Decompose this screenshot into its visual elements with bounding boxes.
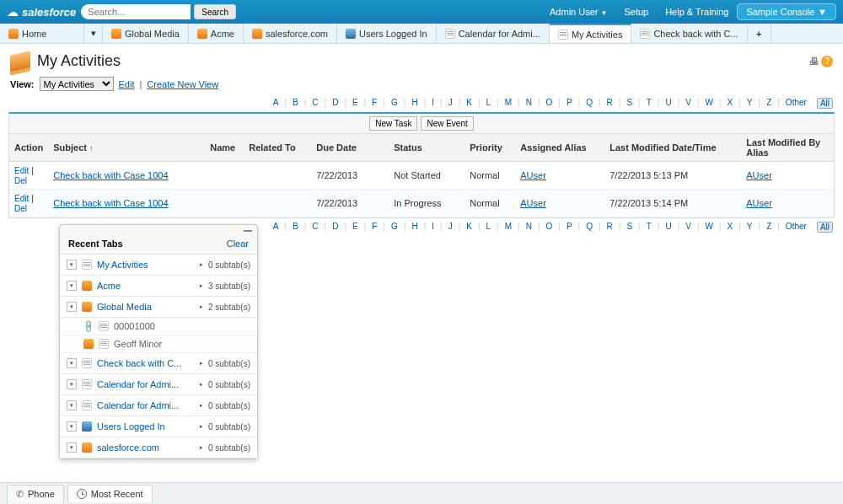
col-assigned-alias[interactable]: Assigned Alias — [515, 134, 604, 162]
col-due-date[interactable]: Due Date — [311, 134, 389, 162]
alias-link[interactable]: AUser — [520, 170, 546, 180]
alpha-A[interactable]: A — [271, 222, 281, 233]
alpha-O[interactable]: O — [544, 222, 554, 233]
subject-link[interactable]: Check back with Case 1004 — [53, 170, 168, 180]
recent-item-menu[interactable]: ▾ — [67, 379, 77, 389]
alpha-Z[interactable]: Z — [765, 98, 773, 109]
help-link[interactable]: Help & Training — [665, 7, 728, 17]
minimize-icon[interactable] — [244, 230, 252, 232]
recent-item-label[interactable]: Users Logged In — [97, 421, 195, 432]
tab-add[interactable]: + — [748, 24, 771, 43]
alpha-T[interactable]: T — [645, 222, 653, 233]
alpha-M[interactable]: M — [503, 222, 513, 233]
alpha-Z[interactable]: Z — [765, 222, 773, 233]
search-button[interactable]: Search — [194, 4, 236, 19]
recent-item-menu[interactable]: ▾ — [67, 400, 77, 410]
del-link[interactable]: Del — [14, 204, 27, 213]
edit-view-link[interactable]: Edit — [119, 79, 135, 89]
alpha-P[interactable]: P — [565, 98, 574, 109]
recent-item[interactable]: ▾My Activities▸0 subtab(s) — [60, 255, 257, 276]
alpha-other[interactable]: Other — [784, 222, 808, 233]
alpha-I[interactable]: I — [430, 98, 436, 109]
alpha-O[interactable]: O — [544, 98, 554, 109]
alpha-H[interactable]: H — [410, 222, 419, 233]
subject-link[interactable]: Check back with Case 1004 — [53, 198, 168, 208]
del-link[interactable]: Del — [14, 176, 27, 185]
alpha-L[interactable]: L — [485, 222, 493, 233]
edit-link[interactable]: Edit — [14, 194, 29, 203]
alpha-P[interactable]: P — [565, 222, 574, 233]
alpha-all[interactable]: All — [817, 98, 833, 109]
recent-item[interactable]: ▾Acme▸3 subtab(s) — [60, 276, 257, 297]
alpha-F[interactable]: F — [370, 222, 379, 233]
recent-item-label[interactable]: Calendar for Admi... — [97, 400, 195, 410]
recent-subitem[interactable]: Geoff Minor — [60, 335, 257, 353]
alpha-N[interactable]: N — [524, 222, 534, 233]
alpha-V[interactable]: V — [684, 98, 693, 109]
app-menu[interactable]: Sample Console▼ — [737, 3, 836, 20]
modified-by-link[interactable]: AUser — [746, 170, 772, 180]
edit-link[interactable]: Edit — [14, 166, 29, 175]
recent-item-menu[interactable]: ▾ — [67, 260, 77, 270]
alpha-Y[interactable]: Y — [745, 222, 754, 233]
tab-acme[interactable]: Acme — [189, 24, 244, 43]
alpha-G[interactable]: G — [389, 222, 400, 233]
alpha-S[interactable]: S — [625, 98, 634, 109]
recent-item[interactable]: ▾Check back with C...▸0 subtab(s) — [60, 353, 257, 374]
recent-item-label[interactable]: Calendar for Admi... — [97, 379, 195, 389]
clear-recent-link[interactable]: Clear — [227, 239, 249, 249]
search-input[interactable] — [81, 4, 191, 19]
recent-item[interactable]: ▾Calendar for Admi...▸0 subtab(s) — [60, 395, 257, 416]
alpha-Y[interactable]: Y — [745, 98, 754, 109]
create-new-view-link[interactable]: Create New View — [147, 79, 218, 89]
col-subject[interactable]: Subject ↑ — [48, 134, 205, 162]
recent-item[interactable]: ▾Users Logged In▸0 subtab(s) — [60, 416, 257, 437]
tab-home[interactable]: Home — [0, 24, 84, 43]
recent-item-menu[interactable]: ▾ — [67, 358, 77, 368]
recent-item-menu[interactable]: ▾ — [67, 281, 77, 291]
alpha-W[interactable]: W — [704, 98, 715, 109]
alpha-D[interactable]: D — [330, 222, 340, 233]
recent-item[interactable]: ▾Calendar for Admi...▸0 subtab(s) — [60, 374, 257, 395]
alpha-L[interactable]: L — [485, 98, 493, 109]
alpha-B[interactable]: B — [291, 98, 300, 109]
alpha-V[interactable]: V — [684, 222, 693, 233]
admin-user-menu[interactable]: Admin User▼ — [550, 7, 607, 17]
alpha-E[interactable]: E — [351, 98, 360, 109]
alpha-all[interactable]: All — [817, 222, 833, 233]
col-last-modified[interactable]: Last Modified Date/Time — [604, 134, 741, 162]
alpha-S[interactable]: S — [625, 222, 634, 233]
recent-item-menu[interactable]: ▾ — [67, 421, 77, 432]
alpha-F[interactable]: F — [370, 98, 379, 109]
alpha-J[interactable]: J — [447, 222, 454, 233]
col-action[interactable]: Action — [9, 134, 48, 162]
tab-global-media[interactable]: Global Media — [103, 24, 189, 43]
alpha-A[interactable]: A — [271, 98, 281, 109]
new-event-button[interactable]: New Event — [421, 116, 473, 131]
recent-item-menu[interactable]: ▾ — [67, 302, 77, 312]
alpha-D[interactable]: D — [330, 98, 340, 109]
alpha-Q[interactable]: Q — [584, 222, 594, 233]
recent-item[interactable]: ▾Global Media▸2 subtab(s) — [60, 297, 257, 318]
help-icon[interactable]: ? — [821, 56, 833, 67]
alpha-other[interactable]: Other — [784, 98, 808, 109]
recent-subitem[interactable]: 🔗00001000 — [60, 318, 257, 335]
alpha-E[interactable]: E — [351, 222, 360, 233]
recent-item[interactable]: ▾salesforce.com▸0 subtab(s) — [60, 437, 257, 458]
alpha-T[interactable]: T — [645, 98, 653, 109]
alpha-C[interactable]: C — [310, 98, 319, 109]
recent-item-label[interactable]: Global Media — [97, 302, 195, 312]
alpha-K[interactable]: K — [464, 98, 474, 109]
alpha-U[interactable]: U — [663, 222, 673, 233]
alpha-R[interactable]: R — [605, 222, 615, 233]
new-task-button[interactable]: New Task — [369, 116, 417, 131]
recent-item-label[interactable]: My Activities — [97, 260, 195, 270]
recent-item-label[interactable]: Acme — [97, 281, 195, 291]
setup-link[interactable]: Setup — [624, 7, 648, 17]
alpha-M[interactable]: M — [503, 98, 513, 109]
recent-item-label[interactable]: Check back with C... — [97, 358, 195, 368]
alpha-Q[interactable]: Q — [584, 98, 594, 109]
recent-item-label[interactable]: salesforce.com — [97, 442, 195, 453]
tab-calendar[interactable]: Calendar for Admi... — [437, 24, 550, 43]
alias-link[interactable]: AUser — [520, 198, 546, 208]
